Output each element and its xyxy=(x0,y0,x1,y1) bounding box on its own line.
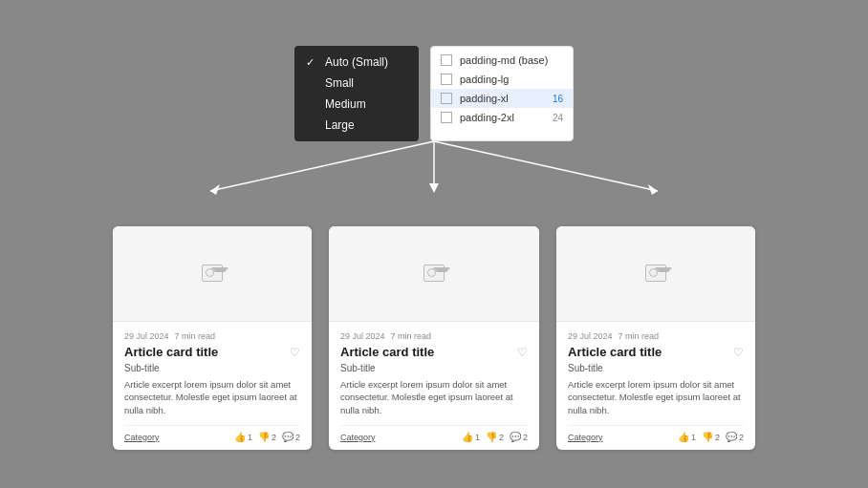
card-footer-1: Category 👍 1 👎 2 💬 2 xyxy=(124,425,300,442)
grid-icon xyxy=(441,54,452,66)
card-category-3[interactable]: Category xyxy=(568,433,603,442)
article-card-3: 29 Jul 2024 7 min read Article card titl… xyxy=(556,226,755,450)
thumbs-up-icon: 👍 xyxy=(234,432,246,442)
card-title-2: Article card title xyxy=(340,345,434,361)
svg-line-0 xyxy=(210,141,434,191)
likes-stat-1: 👍 1 xyxy=(234,432,252,442)
grid-icon xyxy=(441,74,452,85)
padding-dropdown[interactable]: padding-md (base) padding-lg padding-xl … xyxy=(430,46,574,141)
dislikes-stat-2: 👎 2 xyxy=(486,432,504,442)
thumbs-down-icon: 👎 xyxy=(702,432,713,442)
card-excerpt-3: Article excerpt lorem ipsum dolor sit am… xyxy=(568,378,744,417)
dropdown-item-large[interactable]: Large xyxy=(294,115,419,136)
card-excerpt-2: Article excerpt lorem ipsum dolor sit am… xyxy=(340,378,528,417)
card-excerpt-1: Article excerpt lorem ipsum dolor sit am… xyxy=(124,378,300,417)
article-card-1: 29 Jul 2024 7 min read Article card titl… xyxy=(113,226,312,450)
thumbs-up-icon: 👍 xyxy=(678,432,689,442)
padding-lg-item[interactable]: padding-lg xyxy=(431,70,573,89)
image-placeholder-icon xyxy=(423,265,445,282)
card-meta-2: 29 Jul 2024 7 min read xyxy=(340,331,528,341)
comment-icon: 💬 xyxy=(726,432,737,442)
card-image-3 xyxy=(556,226,755,322)
grid-icon xyxy=(441,93,452,104)
svg-marker-3 xyxy=(429,183,439,193)
svg-marker-1 xyxy=(210,184,220,195)
cards-container: 29 Jul 2024 7 min read Article card titl… xyxy=(113,226,755,450)
card-category-1[interactable]: Category xyxy=(124,433,160,442)
card-subtitle-2: Sub-title xyxy=(340,363,528,373)
card-title-row-3: Article card title ♡ xyxy=(568,345,744,361)
card-stats-2: 👍 1 👎 2 💬 2 xyxy=(462,432,528,442)
padding-xl-item[interactable]: padding-xl 16 xyxy=(431,89,573,108)
card-image-2 xyxy=(329,226,539,322)
card-stats-1: 👍 1 👎 2 💬 2 xyxy=(234,432,300,442)
card-title-row-1: Article card title ♡ xyxy=(124,345,300,361)
comment-icon: 💬 xyxy=(510,432,521,442)
article-card-2: 29 Jul 2024 7 min read Article card titl… xyxy=(329,226,539,450)
card-title-row-2: Article card title ♡ xyxy=(340,345,528,361)
dropdowns-area: ✓ Auto (Small) Small Medium Large paddin… xyxy=(294,46,574,141)
dropdown-item-auto[interactable]: ✓ Auto (Small) xyxy=(294,52,419,73)
thumbs-up-icon: 👍 xyxy=(462,432,473,442)
card-subtitle-3: Sub-title xyxy=(568,363,744,373)
dislikes-stat-1: 👎 2 xyxy=(258,432,276,442)
card-category-2[interactable]: Category xyxy=(340,433,376,442)
comment-icon: 💬 xyxy=(282,432,293,442)
dislikes-stat-3: 👎 2 xyxy=(702,432,720,442)
card-title-1: Article card title xyxy=(124,345,218,361)
heart-icon-3[interactable]: ♡ xyxy=(733,346,744,359)
comments-stat-3: 💬 2 xyxy=(726,432,744,442)
thumbs-down-icon: 👎 xyxy=(486,432,497,442)
card-title-3: Article card title xyxy=(568,345,662,361)
dropdown-item-medium[interactable]: Medium xyxy=(294,94,419,115)
check-icon: ✓ xyxy=(306,56,319,69)
heart-icon-2[interactable]: ♡ xyxy=(517,346,528,359)
padding-md-item[interactable]: padding-md (base) xyxy=(431,51,573,70)
card-footer-3: Category 👍 1 👎 2 💬 2 xyxy=(568,425,744,442)
likes-stat-3: 👍 1 xyxy=(678,432,696,442)
heart-icon-1[interactable]: ♡ xyxy=(290,346,300,359)
card-subtitle-1: Sub-title xyxy=(124,363,300,373)
card-footer-2: Category 👍 1 👎 2 💬 2 xyxy=(340,425,528,442)
image-placeholder-icon xyxy=(202,265,223,282)
card-body-1: 29 Jul 2024 7 min read Article card titl… xyxy=(113,322,312,450)
card-stats-3: 👍 1 👎 2 💬 2 xyxy=(678,432,744,442)
card-meta-1: 29 Jul 2024 7 min read xyxy=(124,331,300,341)
card-body-3: 29 Jul 2024 7 min read Article card titl… xyxy=(556,322,755,450)
card-image-1 xyxy=(113,226,312,322)
card-meta-3: 29 Jul 2024 7 min read xyxy=(568,331,744,341)
image-placeholder-icon xyxy=(645,265,666,282)
comments-stat-1: 💬 2 xyxy=(282,432,300,442)
thumbs-down-icon: 👎 xyxy=(258,432,270,442)
card-body-2: 29 Jul 2024 7 min read Article card titl… xyxy=(329,322,539,450)
svg-line-4 xyxy=(434,141,658,191)
likes-stat-2: 👍 1 xyxy=(462,432,480,442)
comments-stat-2: 💬 2 xyxy=(510,432,528,442)
svg-marker-5 xyxy=(648,184,658,195)
dropdown-item-small[interactable]: Small xyxy=(294,73,419,94)
padding-2xl-item[interactable]: padding-2xl 24 xyxy=(431,108,573,127)
grid-icon xyxy=(441,112,452,123)
size-dropdown[interactable]: ✓ Auto (Small) Small Medium Large xyxy=(294,46,419,141)
